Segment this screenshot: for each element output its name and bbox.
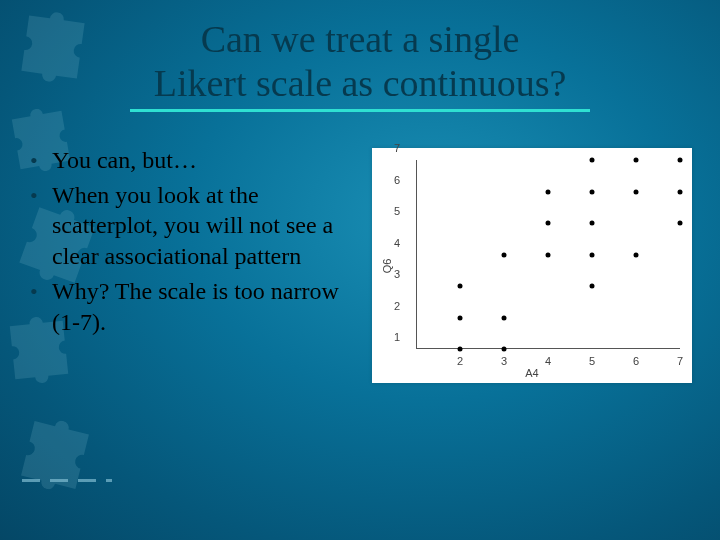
chart-point: [546, 221, 551, 226]
bullet-item: When you look at the scatterplot, you wi…: [30, 180, 370, 272]
chart-x-axis: [416, 348, 680, 349]
chart-point: [678, 221, 683, 226]
chart-point: [590, 158, 595, 163]
chart-x-tick: 5: [589, 355, 595, 367]
chart-point: [634, 252, 639, 257]
chart-point: [590, 189, 595, 194]
chart-point: [546, 252, 551, 257]
chart-x-tick: 3: [501, 355, 507, 367]
chart-point: [590, 284, 595, 289]
chart-y-tick: 7: [394, 142, 400, 154]
chart-y-tick: 6: [394, 174, 400, 186]
bullet-item: You can, but…: [30, 145, 370, 176]
chart-point: [546, 189, 551, 194]
chart-y-tick: 2: [394, 300, 400, 312]
chart-point: [590, 221, 595, 226]
slide-title: Can we treat a single Likert scale as co…: [0, 18, 720, 112]
chart-x-tick: 6: [633, 355, 639, 367]
chart-point: [502, 347, 507, 352]
chart-plot-area: 1234567234567: [416, 160, 680, 349]
chart-x-tick: 7: [677, 355, 683, 367]
scatter-chart: Q6 A4 1234567234567: [372, 148, 692, 383]
chart-point: [678, 158, 683, 163]
chart-point: [458, 315, 463, 320]
bullet-item: Why? The scale is too narrow (1-7).: [30, 276, 370, 337]
chart-point: [502, 315, 507, 320]
chart-y-tick: 5: [394, 205, 400, 217]
chart-x-tick: 2: [457, 355, 463, 367]
chart-y-tick: 3: [394, 268, 400, 280]
chart-point: [458, 347, 463, 352]
title-underline: [130, 109, 590, 112]
title-line-1: Can we treat a single: [201, 18, 520, 60]
chart-point: [634, 158, 639, 163]
chart-point: [458, 284, 463, 289]
title-line-2: Likert scale as continuous?: [154, 62, 567, 104]
chart-x-tick: 4: [545, 355, 551, 367]
chart-point: [502, 252, 507, 257]
chart-y-axis: [416, 160, 417, 349]
chart-x-label: A4: [525, 367, 538, 379]
bullet-list: You can, but… When you look at the scatt…: [30, 145, 370, 341]
chart-point: [590, 252, 595, 257]
chart-y-tick: 4: [394, 237, 400, 249]
chart-y-tick: 1: [394, 331, 400, 343]
chart-point: [678, 189, 683, 194]
chart-y-label: Q6: [381, 258, 393, 273]
footer-divider: [22, 479, 112, 482]
puzzle-icon: [13, 413, 98, 498]
chart-point: [634, 189, 639, 194]
